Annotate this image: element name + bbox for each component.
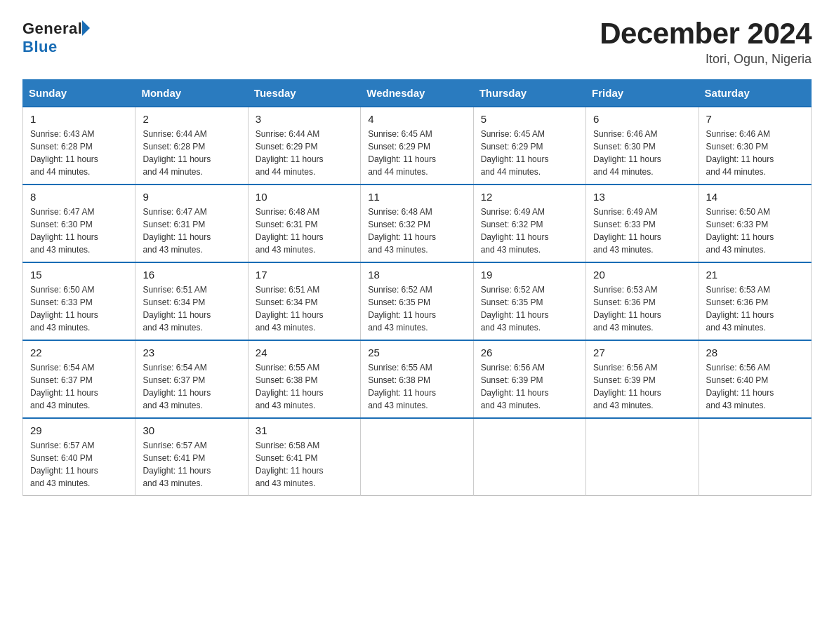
calendar-cell: 29 Sunrise: 6:57 AM Sunset: 6:40 PM Dayl… xyxy=(23,418,135,496)
day-number: 15 xyxy=(30,269,128,281)
logo-blue-text: Blue xyxy=(22,38,58,55)
col-monday: Monday xyxy=(135,80,248,107)
day-info: Sunrise: 6:56 AM Sunset: 6:40 PM Dayligh… xyxy=(706,363,774,410)
day-number: 14 xyxy=(706,191,804,203)
day-info: Sunrise: 6:45 AM Sunset: 6:29 PM Dayligh… xyxy=(368,129,436,177)
day-info: Sunrise: 6:52 AM Sunset: 6:35 PM Dayligh… xyxy=(368,285,436,333)
calendar-cell xyxy=(586,418,699,496)
calendar-cell: 22 Sunrise: 6:54 AM Sunset: 6:37 PM Dayl… xyxy=(23,340,135,418)
calendar-cell: 28 Sunrise: 6:56 AM Sunset: 6:40 PM Dayl… xyxy=(699,340,811,418)
logo: General Blue xyxy=(22,20,90,56)
day-number: 22 xyxy=(30,347,128,358)
day-info: Sunrise: 6:55 AM Sunset: 6:38 PM Dayligh… xyxy=(368,363,436,410)
day-number: 10 xyxy=(256,191,353,203)
day-info: Sunrise: 6:48 AM Sunset: 6:32 PM Dayligh… xyxy=(368,207,436,255)
calendar-cell: 14 Sunrise: 6:50 AM Sunset: 6:33 PM Dayl… xyxy=(699,185,811,262)
day-info: Sunrise: 6:51 AM Sunset: 6:34 PM Dayligh… xyxy=(143,285,211,333)
day-number: 3 xyxy=(256,113,353,125)
col-saturday: Saturday xyxy=(699,80,811,107)
col-thursday: Thursday xyxy=(473,80,585,107)
day-number: 28 xyxy=(706,347,804,358)
day-info: Sunrise: 6:53 AM Sunset: 6:36 PM Dayligh… xyxy=(706,285,774,333)
day-info: Sunrise: 6:52 AM Sunset: 6:35 PM Dayligh… xyxy=(481,285,549,333)
calendar-cell: 18 Sunrise: 6:52 AM Sunset: 6:35 PM Dayl… xyxy=(361,262,473,340)
calendar-header-row: Sunday Monday Tuesday Wednesday Thursday… xyxy=(23,80,812,107)
day-info: Sunrise: 6:57 AM Sunset: 6:41 PM Dayligh… xyxy=(143,441,211,488)
title-block: December 2024 Itori, Ogun, Nigeria xyxy=(600,17,812,67)
page-subtitle: Itori, Ogun, Nigeria xyxy=(600,52,812,67)
day-info: Sunrise: 6:53 AM Sunset: 6:36 PM Dayligh… xyxy=(593,285,661,333)
calendar-week-row: 8 Sunrise: 6:47 AM Sunset: 6:30 PM Dayli… xyxy=(23,185,812,262)
day-number: 11 xyxy=(368,191,465,203)
calendar-cell xyxy=(361,418,473,496)
calendar-cell: 19 Sunrise: 6:52 AM Sunset: 6:35 PM Dayl… xyxy=(473,262,585,340)
day-number: 18 xyxy=(368,269,465,281)
page-title: December 2024 xyxy=(600,17,812,51)
day-number: 1 xyxy=(30,113,128,125)
col-tuesday: Tuesday xyxy=(248,80,360,107)
day-info: Sunrise: 6:47 AM Sunset: 6:30 PM Dayligh… xyxy=(30,207,98,255)
day-info: Sunrise: 6:56 AM Sunset: 6:39 PM Dayligh… xyxy=(481,363,549,410)
calendar-cell: 5 Sunrise: 6:45 AM Sunset: 6:29 PM Dayli… xyxy=(473,107,585,185)
calendar-cell: 15 Sunrise: 6:50 AM Sunset: 6:33 PM Dayl… xyxy=(23,262,135,340)
day-number: 5 xyxy=(481,113,578,125)
day-info: Sunrise: 6:54 AM Sunset: 6:37 PM Dayligh… xyxy=(30,363,98,410)
day-number: 27 xyxy=(593,347,691,358)
day-info: Sunrise: 6:46 AM Sunset: 6:30 PM Dayligh… xyxy=(593,129,661,177)
day-number: 17 xyxy=(256,269,353,281)
calendar-cell: 25 Sunrise: 6:55 AM Sunset: 6:38 PM Dayl… xyxy=(361,340,473,418)
day-number: 7 xyxy=(706,113,804,125)
calendar-cell: 23 Sunrise: 6:54 AM Sunset: 6:37 PM Dayl… xyxy=(135,340,248,418)
calendar-week-row: 29 Sunrise: 6:57 AM Sunset: 6:40 PM Dayl… xyxy=(23,418,812,496)
day-info: Sunrise: 6:56 AM Sunset: 6:39 PM Dayligh… xyxy=(593,363,661,410)
day-number: 31 xyxy=(256,424,353,436)
calendar-cell: 16 Sunrise: 6:51 AM Sunset: 6:34 PM Dayl… xyxy=(135,262,248,340)
day-info: Sunrise: 6:49 AM Sunset: 6:32 PM Dayligh… xyxy=(481,207,549,255)
day-number: 6 xyxy=(593,113,691,125)
col-wednesday: Wednesday xyxy=(361,80,473,107)
calendar-cell: 8 Sunrise: 6:47 AM Sunset: 6:30 PM Dayli… xyxy=(23,185,135,262)
calendar-cell: 4 Sunrise: 6:45 AM Sunset: 6:29 PM Dayli… xyxy=(361,107,473,185)
day-info: Sunrise: 6:49 AM Sunset: 6:33 PM Dayligh… xyxy=(593,207,661,255)
logo-triangle-icon xyxy=(82,20,90,36)
calendar-cell: 6 Sunrise: 6:46 AM Sunset: 6:30 PM Dayli… xyxy=(586,107,699,185)
calendar-cell: 20 Sunrise: 6:53 AM Sunset: 6:36 PM Dayl… xyxy=(586,262,699,340)
day-info: Sunrise: 6:50 AM Sunset: 6:33 PM Dayligh… xyxy=(30,285,98,333)
calendar-cell: 9 Sunrise: 6:47 AM Sunset: 6:31 PM Dayli… xyxy=(135,185,248,262)
calendar-cell: 12 Sunrise: 6:49 AM Sunset: 6:32 PM Dayl… xyxy=(473,185,585,262)
calendar-cell: 21 Sunrise: 6:53 AM Sunset: 6:36 PM Dayl… xyxy=(699,262,811,340)
calendar-week-row: 15 Sunrise: 6:50 AM Sunset: 6:33 PM Dayl… xyxy=(23,262,812,340)
calendar-cell: 24 Sunrise: 6:55 AM Sunset: 6:38 PM Dayl… xyxy=(248,340,360,418)
day-info: Sunrise: 6:43 AM Sunset: 6:28 PM Dayligh… xyxy=(30,129,98,177)
calendar-cell: 3 Sunrise: 6:44 AM Sunset: 6:29 PM Dayli… xyxy=(248,107,360,185)
day-number: 30 xyxy=(143,424,240,436)
calendar-cell xyxy=(699,418,811,496)
col-friday: Friday xyxy=(586,80,699,107)
calendar-cell: 10 Sunrise: 6:48 AM Sunset: 6:31 PM Dayl… xyxy=(248,185,360,262)
day-info: Sunrise: 6:58 AM Sunset: 6:41 PM Dayligh… xyxy=(256,441,324,488)
calendar-cell: 11 Sunrise: 6:48 AM Sunset: 6:32 PM Dayl… xyxy=(361,185,473,262)
day-info: Sunrise: 6:57 AM Sunset: 6:40 PM Dayligh… xyxy=(30,441,98,488)
day-number: 19 xyxy=(481,269,578,281)
day-info: Sunrise: 6:44 AM Sunset: 6:29 PM Dayligh… xyxy=(256,129,324,177)
day-number: 2 xyxy=(143,113,240,125)
calendar-cell: 27 Sunrise: 6:56 AM Sunset: 6:39 PM Dayl… xyxy=(586,340,699,418)
day-number: 21 xyxy=(706,269,804,281)
day-number: 24 xyxy=(256,347,353,358)
day-info: Sunrise: 6:48 AM Sunset: 6:31 PM Dayligh… xyxy=(256,207,324,255)
day-number: 23 xyxy=(143,347,240,358)
calendar-cell: 2 Sunrise: 6:44 AM Sunset: 6:28 PM Dayli… xyxy=(135,107,248,185)
day-number: 25 xyxy=(368,347,465,358)
calendar-week-row: 1 Sunrise: 6:43 AM Sunset: 6:28 PM Dayli… xyxy=(23,107,812,185)
calendar-cell xyxy=(473,418,585,496)
day-info: Sunrise: 6:44 AM Sunset: 6:28 PM Dayligh… xyxy=(143,129,211,177)
day-number: 20 xyxy=(593,269,691,281)
page-header: General Blue December 2024 Itori, Ogun, … xyxy=(22,17,812,67)
day-info: Sunrise: 6:51 AM Sunset: 6:34 PM Dayligh… xyxy=(256,285,324,333)
day-number: 4 xyxy=(368,113,465,125)
day-info: Sunrise: 6:50 AM Sunset: 6:33 PM Dayligh… xyxy=(706,207,774,255)
day-info: Sunrise: 6:46 AM Sunset: 6:30 PM Dayligh… xyxy=(706,129,774,177)
logo-general-text: General xyxy=(22,20,82,38)
day-number: 26 xyxy=(481,347,578,358)
calendar-cell: 31 Sunrise: 6:58 AM Sunset: 6:41 PM Dayl… xyxy=(248,418,360,496)
